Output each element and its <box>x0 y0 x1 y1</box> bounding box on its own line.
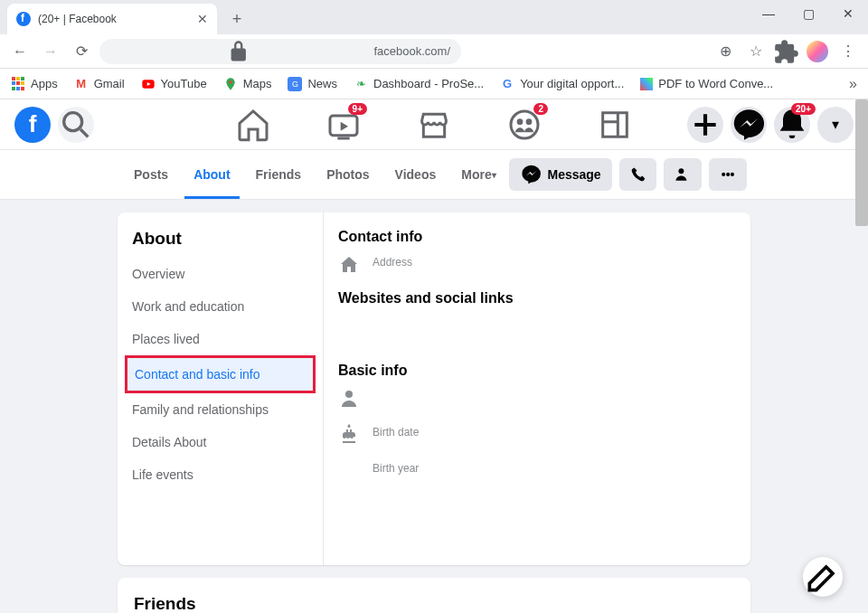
svg-point-2 <box>64 112 82 130</box>
minimize-button[interactable]: — <box>749 0 788 27</box>
phone-icon <box>630 158 646 191</box>
maximize-button[interactable]: ▢ <box>788 0 828 27</box>
groups-icon[interactable]: 2 <box>506 107 542 143</box>
spacer-icon <box>338 460 360 482</box>
side-details-about[interactable]: Details About <box>125 426 316 458</box>
google-icon: G <box>500 77 514 91</box>
more-actions-button[interactable]: ••• <box>709 158 747 191</box>
notifications-button[interactable]: 20+ <box>774 107 810 143</box>
svg-point-6 <box>511 111 538 138</box>
about-sidebar: About Overview Work and education Places… <box>118 212 324 565</box>
compose-fab[interactable] <box>803 557 843 597</box>
messenger-button[interactable] <box>731 107 767 143</box>
svg-point-10 <box>345 391 353 398</box>
forward-button[interactable]: → <box>38 39 63 64</box>
bookmark-dashboard[interactable]: ❧Dashboard - ProSe... <box>354 77 484 91</box>
svg-point-9 <box>679 168 684 174</box>
about-heading: About <box>125 225 316 258</box>
birth-date-label: Birth date <box>373 426 419 439</box>
facebook-favicon <box>16 12 31 26</box>
person-silhouette-icon <box>338 388 360 410</box>
back-button[interactable]: ← <box>7 39 33 64</box>
side-work-education[interactable]: Work and education <box>125 290 316 323</box>
contact-info-heading: Contact info <box>338 229 736 245</box>
friends-heading: Friends <box>134 594 734 613</box>
svg-line-3 <box>80 129 88 137</box>
call-button[interactable] <box>619 158 657 191</box>
svg-point-8 <box>526 118 533 125</box>
account-dropdown-button[interactable]: ▾ <box>817 107 854 143</box>
url-field[interactable]: facebook.com/ <box>99 39 461 64</box>
facebook-logo[interactable]: f <box>14 107 51 143</box>
birth-year-label: Birth year <box>373 462 419 475</box>
browser-menu-icon[interactable]: ⋮ <box>835 39 861 64</box>
bookmark-apps[interactable]: Apps <box>11 77 58 91</box>
tab-photos[interactable]: Photos <box>314 150 382 199</box>
watch-icon[interactable]: 9+ <box>326 107 362 143</box>
address-row: Address <box>338 254 736 276</box>
side-contact-basic-info[interactable]: Contact and basic info <box>125 355 316 393</box>
profile-avatar-icon[interactable] <box>805 39 830 64</box>
youtube-icon <box>141 77 156 91</box>
message-button[interactable]: Message <box>509 158 612 191</box>
gmail-icon: M <box>74 77 89 91</box>
basic-info-heading: Basic info <box>338 363 736 379</box>
bookmark-google[interactable]: GYour digital opport... <box>500 77 624 91</box>
facebook-header: f 9+ 2 20+ ▾ <box>0 99 868 150</box>
person-icon <box>675 158 691 191</box>
create-button[interactable] <box>687 107 723 143</box>
zoom-icon[interactable]: ⊕ <box>712 39 738 64</box>
bookmarks-bar: Apps MGmail YouTube Maps GNews ❧Dashboar… <box>0 69 868 99</box>
watch-badge: 9+ <box>348 103 367 115</box>
close-tab-icon[interactable]: ✕ <box>197 12 208 26</box>
tab-about[interactable]: About <box>181 150 242 199</box>
friends-card: Friends <box>118 578 750 613</box>
gaming-icon[interactable] <box>597 107 633 143</box>
side-overview[interactable]: Overview <box>125 258 316 290</box>
bookmark-gmail[interactable]: MGmail <box>74 77 125 91</box>
bookmark-youtube[interactable]: YouTube <box>141 77 207 91</box>
apps-grid-icon <box>11 77 25 91</box>
follow-button[interactable] <box>664 158 702 191</box>
tab-friends[interactable]: Friends <box>243 150 315 199</box>
side-family-relationships[interactable]: Family and relationships <box>125 393 316 426</box>
bookmark-pdf[interactable]: PDF to Word Conve... <box>640 77 773 90</box>
home-icon[interactable] <box>235 107 271 143</box>
cake-icon <box>338 424 360 446</box>
tab-videos[interactable]: Videos <box>382 150 449 199</box>
about-card: About Overview Work and education Places… <box>118 212 750 565</box>
reload-button[interactable]: ⟳ <box>69 39 94 64</box>
address-label: Address <box>373 256 412 269</box>
bookmarks-overflow-icon[interactable]: » <box>849 76 857 92</box>
bookmark-maps[interactable]: Maps <box>223 77 272 91</box>
notifications-badge: 20+ <box>791 103 816 115</box>
lock-icon <box>110 39 366 64</box>
side-life-events[interactable]: Life events <box>125 458 316 491</box>
extensions-icon[interactable] <box>774 39 799 64</box>
url-text: facebook.com/ <box>373 44 450 58</box>
vertical-scrollbar[interactable] <box>855 99 868 226</box>
house-icon <box>338 254 360 276</box>
birth-year-row: Birth year <box>338 460 736 482</box>
facebook-center-nav: 9+ 2 <box>235 107 633 143</box>
svg-point-1 <box>229 80 231 83</box>
tab-posts[interactable]: Posts <box>121 150 181 199</box>
messenger-icon <box>520 158 542 191</box>
svg-point-7 <box>517 118 524 125</box>
bookmark-news[interactable]: GNews <box>288 77 337 91</box>
new-tab-button[interactable]: + <box>224 6 250 32</box>
favorite-icon[interactable]: ☆ <box>743 39 769 64</box>
maps-pin-icon <box>223 77 238 91</box>
tab-more[interactable]: More <box>448 150 508 199</box>
close-window-button[interactable]: ✕ <box>828 0 868 27</box>
marketplace-icon[interactable] <box>416 107 452 143</box>
facebook-search-button[interactable] <box>58 107 94 143</box>
browser-tab-facebook[interactable]: (20+ | Facebook ✕ <box>7 4 217 34</box>
tab-title: (20+ | Facebook <box>38 13 190 25</box>
news-icon: G <box>288 77 302 91</box>
edit-icon <box>803 557 843 597</box>
websites-heading: Websites and social links <box>338 290 736 306</box>
address-bar: ← → ⟳ facebook.com/ ⊕ ☆ ⋮ <box>0 34 868 69</box>
ellipsis-icon: ••• <box>722 167 735 182</box>
side-places-lived[interactable]: Places lived <box>125 323 316 355</box>
